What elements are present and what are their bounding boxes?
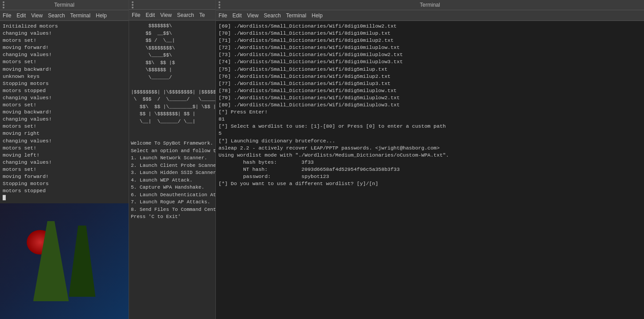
silhouette-tree-2 bbox=[69, 226, 96, 297]
left-menu-search[interactable]: Search bbox=[48, 12, 65, 19]
right-menu-search[interactable]: Search bbox=[264, 12, 281, 19]
middle-menu-te[interactable]: Te bbox=[199, 12, 205, 18]
dot-1 bbox=[219, 1, 220, 3]
right-menu-bar[interactable]: File Edit View Search Terminal Help bbox=[216, 10, 644, 21]
middle-menu-edit[interactable]: Edit bbox=[146, 12, 155, 18]
left-menu-terminal[interactable]: Terminal bbox=[70, 12, 90, 19]
dot-1 bbox=[132, 1, 134, 3]
middle-menu-file[interactable]: File bbox=[132, 12, 140, 18]
middle-menu-bar[interactable]: File Edit View Search Te bbox=[129, 10, 215, 20]
middle-menu-search[interactable]: Search bbox=[177, 12, 194, 18]
dot-2 bbox=[132, 4, 134, 6]
left-terminal-title: Terminal bbox=[54, 2, 74, 8]
left-menu-help[interactable]: Help bbox=[96, 12, 107, 19]
left-terminal-window: Terminal File Edit View Search Terminal … bbox=[0, 0, 129, 319]
left-menu-edit[interactable]: Edit bbox=[16, 12, 26, 19]
dot-3 bbox=[3, 7, 4, 8]
dot-1 bbox=[3, 1, 4, 3]
right-menu-edit[interactable]: Edit bbox=[232, 12, 242, 19]
left-terminal-content: Initialized motors changing values! moto… bbox=[0, 21, 129, 203]
dot-2 bbox=[219, 4, 220, 6]
right-window-dots bbox=[219, 1, 220, 8]
right-menu-view[interactable]: View bbox=[247, 12, 259, 19]
dot-3 bbox=[219, 7, 220, 8]
right-menu-help[interactable]: Help bbox=[312, 12, 323, 19]
left-image-area bbox=[0, 203, 129, 319]
middle-terminal-window: File Edit View Search Te $$$$$$$\ $$ __$… bbox=[129, 0, 216, 319]
middle-title-bar bbox=[129, 0, 215, 10]
left-menu-file[interactable]: File bbox=[3, 12, 11, 19]
right-terminal-title: Terminal bbox=[420, 2, 440, 8]
dot-3 bbox=[132, 7, 134, 8]
left-title-bar: Terminal bbox=[0, 0, 129, 10]
middle-terminal-content: $$$$$$$\ $$ __$$\ $$ / \__| \$$$$$$$$\ \… bbox=[129, 20, 215, 319]
middle-menu-view[interactable]: View bbox=[160, 12, 172, 18]
dot-2 bbox=[3, 4, 4, 6]
right-terminal-content: [69] ./Wordlists/Small_Dictionaries/Wifi… bbox=[216, 21, 644, 319]
right-menu-terminal[interactable]: Terminal bbox=[286, 12, 306, 19]
right-terminal-window: Terminal File Edit View Search Terminal … bbox=[216, 0, 644, 319]
background-image bbox=[0, 203, 129, 319]
right-title-bar: Terminal bbox=[216, 0, 644, 10]
left-window-dots bbox=[3, 1, 4, 8]
middle-window-dots bbox=[132, 1, 134, 8]
left-menu-view[interactable]: View bbox=[31, 12, 43, 19]
left-menu-bar[interactable]: File Edit View Search Terminal Help bbox=[0, 10, 129, 21]
right-menu-file[interactable]: File bbox=[219, 12, 227, 19]
